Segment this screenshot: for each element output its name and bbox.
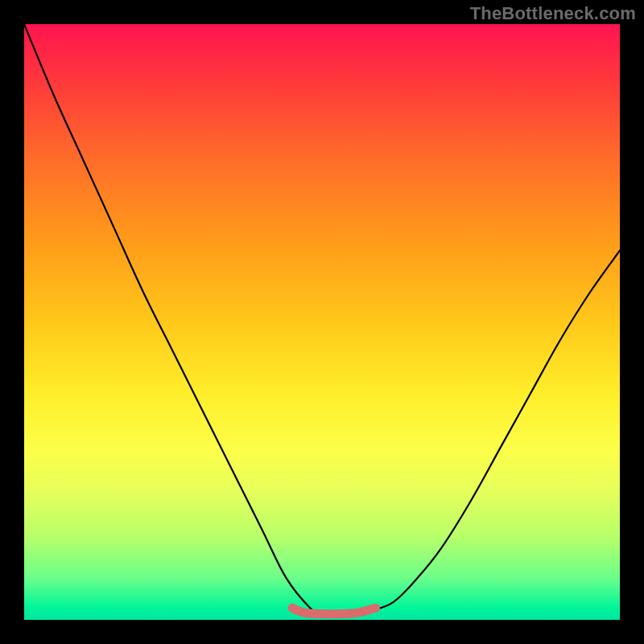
plot-area [24,24,620,620]
chart-frame: TheBottleneck.com [0,0,644,644]
flat-low-marker [292,608,376,614]
plot-svg [24,24,620,620]
bottleneck-curve [24,24,620,614]
watermark-label: TheBottleneck.com [470,3,636,24]
